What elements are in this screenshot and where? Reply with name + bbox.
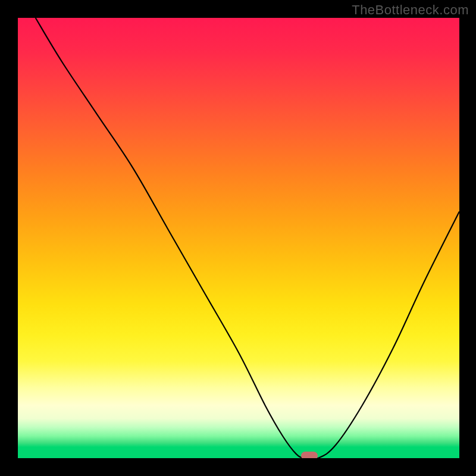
watermark-text: TheBottleneck.com <box>352 2 469 18</box>
bottleneck-curve <box>36 18 459 458</box>
plot-area <box>18 18 459 458</box>
bottleneck-curve-svg <box>18 18 459 458</box>
selected-point-marker <box>301 452 318 458</box>
